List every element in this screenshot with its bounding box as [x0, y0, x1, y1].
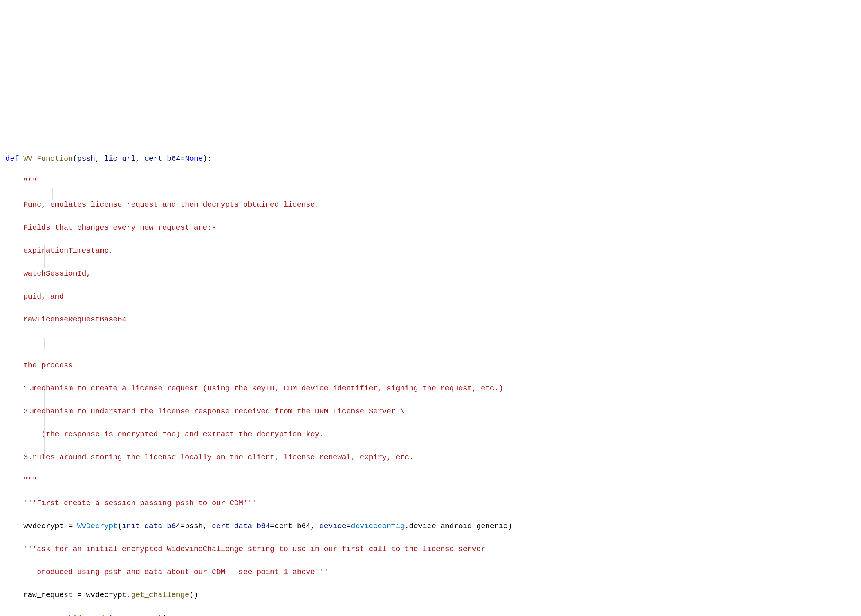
- indent-guide: [52, 188, 53, 200]
- code-line: '''ask for an initial encrypted Widevine…: [5, 544, 856, 555]
- code-line: def WV_Function(pssh, lic_url, cert_b64=…: [5, 153, 856, 165]
- code-line: wvdecrypt = WvDecrypt(init_data_b64=pssh…: [5, 520, 856, 532]
- code-line: 3.rules around storing the license local…: [5, 452, 856, 463]
- code-line: Func, emulates license request and then …: [5, 199, 856, 211]
- code-line: '''First create a session passing pssh t…: [5, 498, 856, 509]
- code-line: [5, 337, 856, 349]
- code-line: Fields that changes every new request ar…: [5, 222, 856, 234]
- code-line: 2.mechanism to understand the license re…: [5, 406, 856, 417]
- code-line: """: [5, 475, 856, 486]
- code-line: the process: [5, 360, 856, 371]
- code-line: """: [5, 176, 856, 188]
- code-line: rawLicenseRequestBase64: [5, 314, 856, 325]
- code-line: watchSessionId,: [5, 268, 856, 280]
- code-editor[interactable]: def WV_Function(pssh, lic_url, cert_b64=…: [5, 50, 856, 616]
- code-line: request = b64encode(raw_request): [5, 612, 856, 616]
- code-line: (the response is encrypted too) and extr…: [5, 429, 856, 440]
- code-line: produced using pssh and data about our C…: [5, 566, 856, 578]
- code-line: expirationTimestamp,: [5, 245, 856, 257]
- code-line: puid, and: [5, 291, 856, 303]
- function-name: WV_Function: [19, 154, 73, 163]
- code-line: 1.mechanism to create a license request …: [5, 383, 856, 394]
- indent-guide: [44, 385, 45, 456]
- keyword-def: def: [5, 154, 19, 163]
- code-line: raw_request = wvdecrypt.get_challenge(): [5, 589, 856, 601]
